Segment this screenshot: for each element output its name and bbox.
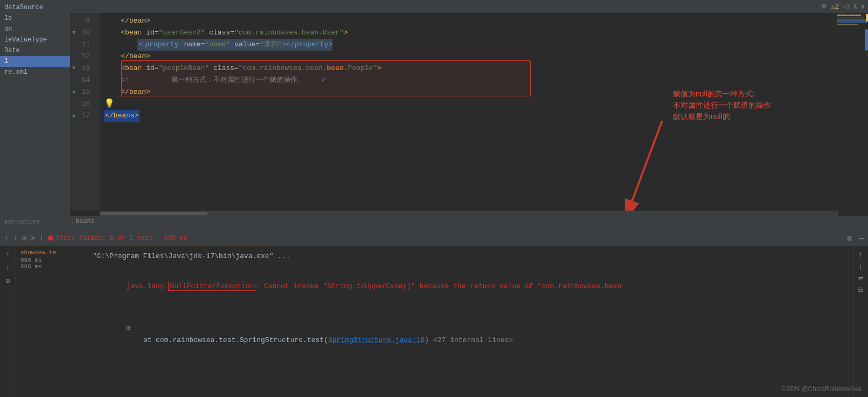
test-left-item-filename[interactable]: nbowsea.te [16,248,86,257]
stack-prefix: at com.rainbowsea.test.SpringStructure.t… [126,336,328,344]
sidebar-bottom-label: eStructure [0,217,70,227]
annotation-text: 赋值为null的第一种方式: 不对属性进行一个赋值的操作 默认就是为null的 [673,88,771,122]
status-filename: beans [75,218,95,225]
gutter-icon-15: ▲ [72,86,75,98]
line-num-14: 14 [70,74,94,86]
test-icons-bar: ↑ ↓ ⊙ [0,246,16,397]
editor-toolbar: 👁 ⚠2 ✓3 ∧ ∨ [70,0,868,13]
sidebar-item-rexml[interactable]: re.xml [0,67,70,78]
red-arrow [619,121,727,211]
editor-main: 👁 ⚠2 ✓3 ∧ ∨ 9 ▼ 10 11 12 ▼ 13 14 [70,0,868,227]
test-panel: ↑ ↓ ⊙ » | Tests failed: 1 of 1 test – 59… [0,230,868,397]
test-icon-down[interactable]: ↓ [5,263,10,272]
line-num-9: 9 [70,15,94,27]
test-output[interactable]: "C:\Program Files\Java\jdk-17\bin\java.e… [86,246,853,397]
scroll-btn-align[interactable]: ⇌ [858,274,864,283]
minimap-scrollbar[interactable] [865,29,868,51]
status-dot [48,235,53,241]
highlight-box-13-15 [121,60,531,96]
line-num-16: 16 [70,98,94,110]
sidebar-item-active[interactable]: l [0,56,70,67]
sidebar: dataSource le on leValueType Date l re.x… [0,0,70,227]
line-numbers: 9 ▼ 10 11 12 ▼ 13 14 ▲ 15 16 ▲ [70,13,100,211]
close-panel-icon[interactable]: — [859,234,864,242]
stack-suffix: ) <27 internal lines> [425,336,513,344]
output-line-3: ⊞ at com.rainbowsea.test.SpringStructure… [93,311,846,358]
eye-icon[interactable]: 👁 [821,3,828,11]
line-num-17: ▲ 17 [70,110,94,122]
test-icon-search[interactable]: ⊙ [5,276,10,285]
chevron-down-icon[interactable]: ∨ [860,2,865,11]
sidebar-item-on[interactable]: on [0,24,70,34]
code-line-9: </bean> [104,15,831,27]
svg-line-1 [630,121,662,207]
exception-text-suffix: : Cannot invoke "String.toUpperCase()" b… [255,282,621,290]
line-num-10: ▼ 10 [70,27,94,39]
watermark: CSDN @ChinaRainbowSea [781,385,862,393]
editor-area: dataSource le on leValueType Date l re.x… [0,0,868,227]
separator: | [40,234,44,242]
chevron-up-icon[interactable]: ∧ [853,2,857,11]
minimap[interactable] [836,13,868,211]
settings-icon[interactable]: ⚙ [847,234,851,243]
editor-status-bar: beans [70,216,868,227]
exception-text-prefix: java.lang. [126,282,168,290]
code-line-11: <property name="name" value="李四"></prope… [104,39,831,51]
scroll-up-icon[interactable]: ↑ [4,234,9,242]
scroll-btn-clear[interactable]: ⊟ [858,286,864,295]
scroll-buttons: ↑ ↓ ⇌ ⊟ [853,246,868,397]
test-panel-body: ↑ ↓ ⊙ nbowsea.te 595 ms 595 ms "C:\Progr… [0,246,868,397]
sidebar-item-datasource[interactable]: dataSource [0,2,70,13]
sidebar-item-date[interactable]: Date [0,45,70,56]
exception-box: NullPointerException [168,282,255,291]
code-line-10: <bean id="userBean2" class="com.rainbows… [104,27,831,39]
lightbulb-icon: 💡 [104,98,115,110]
code-content-area[interactable]: </bean> <bean id="userBean2" class="com.… [100,13,836,211]
line-num-12: 12 [70,51,94,62]
test-status-text: Tests failed: 1 of 1 test – 595 ms [55,234,188,242]
test-left-time-2: 595 ms [16,263,86,270]
output-line-2: java.lang.NullPointerException: Cannot i… [93,269,846,304]
test-panel-header: ↑ ↓ ⊙ » | Tests failed: 1 of 1 test – 59… [0,230,868,246]
line-num-13: ▼ 13 [70,62,94,74]
gutter-icon-10: ▼ [72,27,75,39]
expand-panel-icon[interactable]: » [31,234,35,242]
scroll-btn-up[interactable]: ↑ [858,250,864,259]
reload-icon[interactable]: ⊙ [22,234,26,243]
test-status: Tests failed: 1 of 1 test – 595 ms [48,234,188,242]
output-line-1: "C:\Program Files\Java\jdk-17\bin\java.e… [93,250,846,262]
gutter-icon-17: ▲ [72,110,75,122]
test-left-panel: nbowsea.te 595 ms 595 ms [16,246,86,397]
stack-link[interactable]: SpringStructure.java:18 [328,336,425,344]
scrollbar-thumb[interactable] [100,212,207,215]
editor-horizontal-scrollbar[interactable] [100,211,838,216]
code-editor[interactable]: 9 ▼ 10 11 12 ▼ 13 14 ▲ 15 16 ▲ [70,13,868,211]
minimap-marker-yellow [866,14,868,22]
minimap-content [836,13,868,27]
check-badge[interactable]: ✓3 [842,3,850,11]
sidebar-item-levaluetype[interactable]: leValueType [0,34,70,45]
line-num-11: 11 [70,39,94,51]
gutter-icon-13: ▼ [72,62,75,74]
annotation-area: 赋值为null的第一种方式: 不对属性进行一个赋值的操作 默认就是为null的 [673,88,771,122]
line-num-15: ▲ 15 [70,86,94,98]
scroll-btn-down[interactable]: ↓ [858,262,864,271]
test-icon-up[interactable]: ↑ [5,250,10,259]
test-left-time-1: 595 ms [16,257,86,263]
sidebar-item-le[interactable]: le [0,13,70,24]
expand-icon[interactable]: ⊞ [126,324,130,332]
warning-badge[interactable]: ⚠2 [831,3,838,11]
scroll-down-icon[interactable]: ↓ [13,234,17,242]
